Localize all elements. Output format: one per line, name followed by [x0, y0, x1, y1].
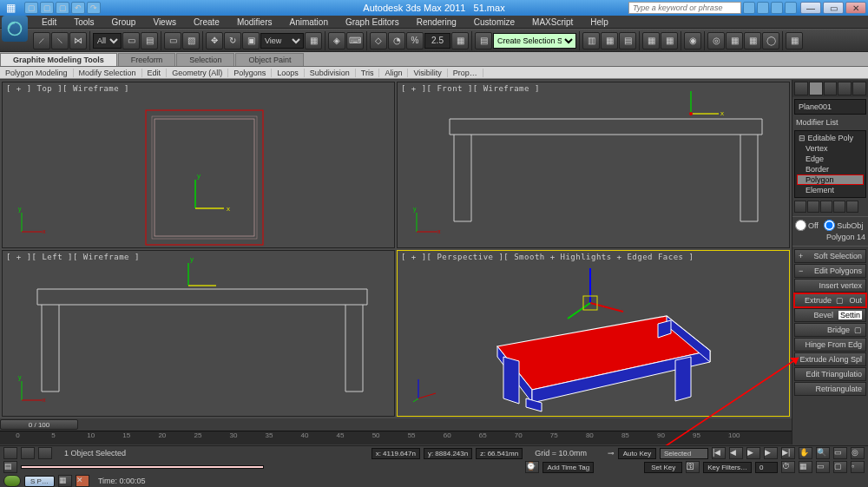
btn-bevel[interactable]: BevelSettin: [794, 308, 866, 322]
named-selection-dropdown[interactable]: Create Selection Set: [493, 33, 576, 49]
coord-y[interactable]: y: 8884.243n: [424, 448, 472, 459]
subrib-tris[interactable]: Tris: [356, 69, 380, 77]
scale-icon[interactable]: ▣: [242, 32, 260, 49]
subrib-visibility[interactable]: Visibility: [408, 69, 447, 77]
render-setup-icon[interactable]: ◎: [707, 32, 725, 49]
close-button[interactable]: ✕: [845, 2, 866, 14]
percent-snap-icon[interactable]: %: [406, 32, 424, 49]
menu-graph-editors[interactable]: Graph Editors: [337, 16, 408, 28]
rollout-soft-selection[interactable]: +Soft Selection: [794, 249, 866, 263]
coord-x[interactable]: x: 4119.647n: [372, 448, 420, 459]
curve-editor-icon[interactable]: ▦: [642, 32, 660, 49]
minimize-button[interactable]: —: [800, 2, 821, 14]
time-ruler[interactable]: 0 5 10 15 20 25 30 35 40 45 50 55 60 65 …: [0, 431, 792, 444]
layers-icon[interactable]: ▤: [619, 32, 636, 49]
unlink-icon[interactable]: ⟍: [51, 32, 69, 49]
menu-group[interactable]: Group: [103, 16, 145, 28]
btn-extrude[interactable]: Extrude▢ Out: [794, 293, 866, 307]
info-icon[interactable]: [757, 2, 769, 14]
select-object-icon[interactable]: ▭: [122, 32, 140, 49]
schematic-icon[interactable]: ▦: [661, 32, 678, 49]
snap-toggle-icon[interactable]: ◇: [370, 32, 387, 49]
viewport-front[interactable]: [ + ][ Front ][ Wireframe ] x yx: [397, 82, 790, 248]
nav-maximize-icon[interactable]: ▦: [799, 461, 812, 473]
stack-remove-icon[interactable]: [833, 201, 845, 213]
coord-z[interactable]: z: 66.541mn: [476, 448, 523, 459]
menu-create[interactable]: Create: [185, 16, 228, 28]
rotate-icon[interactable]: ↻: [224, 32, 241, 49]
stack-border[interactable]: Border: [797, 164, 864, 174]
star-icon[interactable]: [771, 2, 783, 14]
menu-animation[interactable]: Animation: [280, 16, 336, 28]
menu-tools[interactable]: Tools: [65, 16, 102, 28]
cmd-tab-hierarchy-icon[interactable]: [824, 82, 838, 95]
add-time-tag[interactable]: Add Time Tag: [542, 462, 594, 473]
play-start-icon[interactable]: |◀: [712, 447, 726, 459]
menu-edit[interactable]: Edit: [33, 16, 65, 28]
qat-save-icon[interactable]: ▢: [56, 2, 69, 14]
time-config-icon[interactable]: ⏱: [781, 461, 795, 473]
btn-edit-tri[interactable]: Edit Triangulatio: [794, 367, 866, 381]
render-frame-icon[interactable]: ▦: [726, 32, 743, 49]
qat-redo-icon[interactable]: ↷: [87, 2, 101, 14]
play-end-icon[interactable]: ▶|: [781, 447, 795, 459]
help-icon[interactable]: [785, 2, 797, 14]
subrib-geometry-all[interactable]: Geometry (All): [167, 69, 228, 77]
move-icon[interactable]: ✥: [206, 32, 223, 49]
rollout-edit-polygons[interactable]: −Edit Polygons: [794, 264, 866, 278]
qat-new-icon[interactable]: ▢: [24, 2, 38, 14]
object-name-field[interactable]: Plane001: [794, 99, 866, 115]
status-isol-icon[interactable]: [38, 447, 52, 459]
link-icon[interactable]: ⟋: [33, 32, 50, 49]
nav-all-icon[interactable]: ▢: [833, 461, 847, 473]
stack-polygon[interactable]: Polygon: [797, 174, 864, 185]
subrib-edit[interactable]: Edit: [142, 69, 168, 77]
search-icon[interactable]: [743, 2, 755, 14]
btn-retri[interactable]: Retriangulate: [794, 382, 866, 396]
stack-show-icon[interactable]: [807, 201, 819, 213]
autokey-button[interactable]: Auto Key: [618, 448, 656, 459]
selected-button[interactable]: Selected: [660, 448, 708, 459]
stack-config-icon[interactable]: [846, 201, 858, 213]
keyboard-icon[interactable]: ⌨: [346, 32, 364, 49]
play-next-icon[interactable]: ▶: [764, 447, 778, 459]
menu-rendering[interactable]: Rendering: [408, 16, 465, 28]
key-toggle-icon[interactable]: ⚿: [686, 461, 700, 473]
script-listener-icon[interactable]: ▤: [3, 461, 17, 473]
menu-customize[interactable]: Customize: [465, 16, 523, 28]
sel-off-radio[interactable]: [795, 220, 806, 231]
menu-modifiers[interactable]: Modifiers: [228, 16, 281, 28]
nav-min-icon[interactable]: ▫: [851, 461, 865, 473]
pivot-icon[interactable]: ▦: [305, 32, 322, 49]
nav-zoom-icon[interactable]: 🔍: [816, 447, 830, 459]
refcoord-dropdown[interactable]: View: [260, 33, 304, 49]
subrib-modify-selection[interactable]: Modify Selection: [74, 69, 142, 77]
status-lock-icon[interactable]: [3, 447, 17, 459]
setkey-button[interactable]: Set Key: [644, 462, 682, 473]
maximize-button[interactable]: ▭: [823, 2, 844, 14]
material-editor-icon[interactable]: ◉: [684, 32, 701, 49]
teapot-icon[interactable]: ◯: [762, 32, 779, 49]
subrib-align[interactable]: Align: [379, 69, 408, 77]
viewport-perspective[interactable]: [ + ][ Perspective ][ Smooth + Highlight…: [397, 250, 790, 417]
key-filters-button[interactable]: Key Filters…: [703, 462, 752, 473]
viewport-left[interactable]: [ + ][ Left ][ Wireframe ] y yx: [2, 250, 395, 417]
taskbar-close-icon[interactable]: ✕: [76, 475, 89, 487]
nav-fov-icon[interactable]: ▭: [833, 447, 847, 459]
select-name-icon[interactable]: ▤: [141, 32, 158, 49]
listener-input[interactable]: [21, 465, 264, 469]
qat-open-icon[interactable]: ▢: [40, 2, 54, 14]
tab-object-paint[interactable]: Object Paint: [235, 53, 304, 66]
app-menu-button[interactable]: [2, 16, 28, 42]
help-search-input[interactable]: [628, 2, 741, 14]
qat-undo-icon[interactable]: ↶: [71, 2, 85, 14]
viewport-top[interactable]: [ + ] Top ][ Wireframe ] y x yx: [2, 82, 395, 248]
nav-orbit-icon[interactable]: ◎: [851, 447, 865, 459]
btn-insert-vertex[interactable]: Insert vertex: [794, 279, 866, 293]
frame-field[interactable]: 0: [755, 462, 778, 473]
angle-snap-icon[interactable]: ◔: [388, 32, 405, 49]
play-icon[interactable]: ▶: [746, 447, 760, 459]
mirror-icon[interactable]: ▥: [582, 32, 600, 49]
stack-editable-poly[interactable]: ⊟ Editable Poly: [797, 133, 864, 143]
stack-edge[interactable]: Edge: [797, 154, 864, 164]
